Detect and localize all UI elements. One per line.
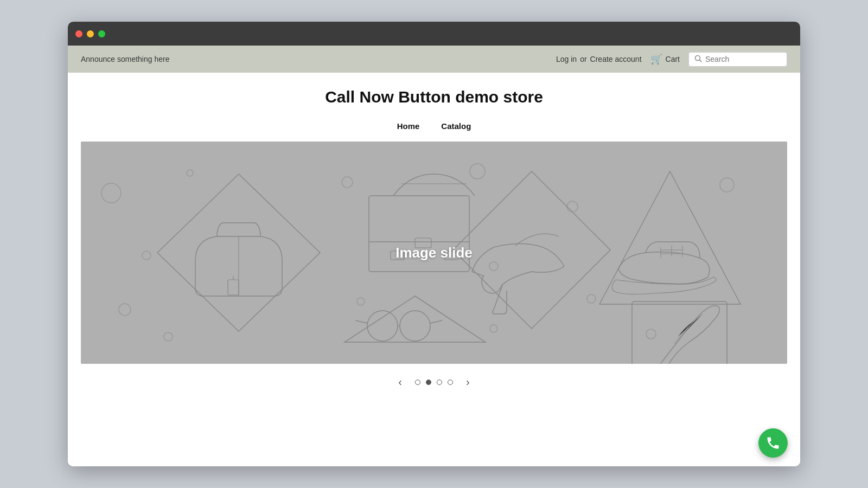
slideshow-container: Image slide bbox=[81, 142, 787, 364]
slide-dot-4[interactable] bbox=[448, 380, 453, 385]
cart-icon: 🛒 bbox=[650, 53, 662, 65]
slide-dot-2[interactable] bbox=[426, 380, 431, 385]
store-header: Call Now Button demo store bbox=[68, 73, 800, 112]
cart-button[interactable]: 🛒 Cart bbox=[650, 53, 680, 65]
cart-label: Cart bbox=[666, 55, 680, 63]
call-now-button[interactable] bbox=[758, 428, 788, 458]
announcement-bar: Announce something here Log in or Create… bbox=[68, 46, 800, 73]
browser-window: Announce something here Log in or Create… bbox=[68, 22, 800, 466]
store-content: Call Now Button demo store Home Catalog bbox=[68, 73, 800, 466]
slide-dots bbox=[415, 380, 453, 385]
search-icon bbox=[694, 55, 702, 64]
nav-home[interactable]: Home bbox=[397, 121, 420, 131]
next-slide-button[interactable]: › bbox=[462, 374, 474, 390]
minimize-button[interactable] bbox=[87, 30, 94, 37]
close-button[interactable] bbox=[75, 30, 82, 37]
auth-separator: or bbox=[580, 55, 586, 63]
slide-label: Image slide bbox=[395, 245, 473, 261]
slideshow[interactable]: Image slide bbox=[81, 142, 787, 364]
store-title: Call Now Button demo store bbox=[68, 88, 800, 106]
fullscreen-button[interactable] bbox=[98, 30, 105, 37]
search-input[interactable] bbox=[705, 55, 781, 63]
header-right: Log in or Create account 🛒 Cart bbox=[556, 52, 787, 67]
prev-slide-button[interactable]: ‹ bbox=[394, 374, 406, 390]
traffic-lights bbox=[75, 30, 105, 37]
store-nav: Home Catalog bbox=[68, 112, 800, 142]
search-box[interactable] bbox=[688, 52, 787, 67]
create-account-link[interactable]: Create account bbox=[590, 55, 642, 63]
phone-icon bbox=[765, 435, 781, 451]
title-bar bbox=[68, 22, 800, 46]
slide-dot-1[interactable] bbox=[415, 380, 420, 385]
slideshow-controls: ‹ › bbox=[68, 364, 800, 396]
nav-catalog[interactable]: Catalog bbox=[441, 121, 471, 131]
slide-dot-3[interactable] bbox=[437, 380, 442, 385]
svg-line-1 bbox=[700, 60, 702, 62]
announcement-text: Announce something here bbox=[81, 55, 169, 63]
login-link[interactable]: Log in bbox=[556, 55, 577, 63]
auth-links: Log in or Create account bbox=[556, 55, 642, 63]
